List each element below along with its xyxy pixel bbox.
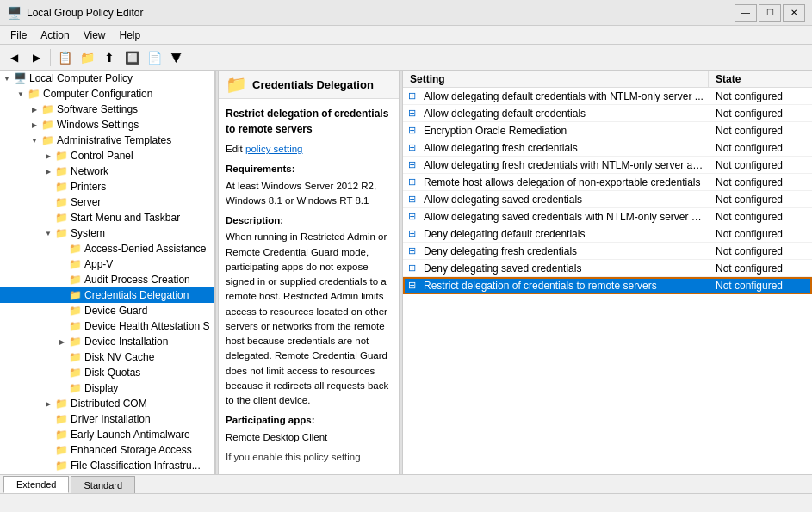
expand-btn-disk-quotas[interactable]	[55, 366, 69, 379]
up-one-level-button[interactable]: ⬆	[99, 47, 120, 68]
expand-btn-file-classification[interactable]	[41, 459, 55, 472]
tree-item-early-launch[interactable]: 📁Early Launch Antimalware	[0, 427, 214, 442]
settings-row-state-1: Not configured	[709, 108, 812, 120]
expand-btn-network[interactable]: ▶	[41, 164, 55, 178]
settings-row-state-10: Not configured	[709, 262, 812, 275]
expand-btn-early-launch[interactable]	[41, 428, 55, 441]
expand-btn-device-health[interactable]	[55, 319, 69, 333]
tree-item-audit-process[interactable]: 📁Audit Process Creation	[0, 272, 214, 287]
tree-item-enhanced-storage[interactable]: 📁Enhanced Storage Access	[0, 442, 214, 458]
settings-row-2[interactable]: ⊞Encryption Oracle RemediationNot config…	[403, 122, 812, 139]
desc-policy-link[interactable]: policy setting	[245, 144, 302, 154]
settings-row-9[interactable]: ⊞Deny delegating fresh credentialsNot co…	[403, 243, 812, 260]
tree-item-device-guard[interactable]: 📁Device Guard	[0, 303, 214, 318]
expand-btn-driver-installation[interactable]	[41, 412, 55, 426]
settings-row-4[interactable]: ⊞Allow delegating fresh credentials with…	[403, 157, 812, 174]
tree-item-computer-configuration[interactable]: ▼📁Computer Configuration	[0, 86, 214, 102]
expand-btn-control-panel[interactable]: ▶	[41, 149, 55, 163]
expand-btn-disk-nv-cache[interactable]	[55, 350, 69, 364]
folder-icon-local-computer-policy: 🖥️	[14, 72, 27, 84]
expand-btn-access-denied[interactable]	[55, 242, 69, 256]
tree-item-device-health[interactable]: 📁Device Health Attestation S	[0, 318, 214, 334]
expand-btn-local-computer-policy[interactable]: ▼	[0, 71, 14, 85]
expand-btn-distributed-com[interactable]: ▶	[41, 397, 55, 410]
tree-item-start-menu-taskbar[interactable]: 📁Start Menu and Taskbar	[0, 210, 214, 225]
tree-item-driver-installation[interactable]: 📁Driver Installation	[0, 411, 214, 427]
tab-extended[interactable]: Extended	[3, 476, 69, 493]
settings-row-8[interactable]: ⊞Deny delegating default credentialsNot …	[403, 225, 812, 243]
back-button[interactable]: ◀	[3, 47, 24, 68]
expand-btn-printers[interactable]	[41, 180, 55, 194]
toolbar: ◀ ▶ 📋 📁 ⬆ 🔲 📄 ⯆	[0, 45, 812, 71]
tab-standard[interactable]: Standard	[71, 476, 135, 493]
folder-icon-disk-quotas: 📁	[69, 367, 82, 379]
tree-item-control-panel[interactable]: ▶📁Control Panel	[0, 148, 214, 163]
tree-item-disk-quotas[interactable]: 📁Disk Quotas	[0, 365, 214, 380]
tree-label-enhanced-storage: Enhanced Storage Access	[71, 444, 192, 456]
expand-btn-computer-configuration[interactable]: ▼	[14, 87, 28, 101]
expand-btn-credentials-delegation[interactable]	[55, 288, 69, 302]
tree-item-server[interactable]: 📁Server	[0, 194, 214, 210]
settings-row-7[interactable]: ⊞Allow delegating saved credentials with…	[403, 208, 812, 225]
app-icon: 🖥️	[7, 6, 22, 20]
settings-row-0[interactable]: ⊞Allow delegating default credentials wi…	[403, 88, 812, 105]
settings-row-11[interactable]: ⊞Restrict delegation of credentials to r…	[403, 277, 812, 294]
settings-row-6[interactable]: ⊞Allow delegating saved credentialsNot c…	[403, 191, 812, 208]
menu-help[interactable]: Help	[113, 28, 148, 43]
menu-action[interactable]: Action	[34, 28, 76, 43]
settings-row-3[interactable]: ⊞Allow delegating fresh credentialsNot c…	[403, 139, 812, 157]
expand-btn-server[interactable]	[41, 195, 55, 209]
expand-btn-device-installation[interactable]: ▶	[55, 335, 69, 349]
show-standard-toolbar-button[interactable]: 🔲	[121, 47, 142, 68]
tree-item-system[interactable]: ▼📁System	[0, 225, 214, 241]
minimize-button[interactable]: —	[735, 4, 757, 22]
tree-item-access-denied[interactable]: 📁Access-Denied Assistance	[0, 241, 214, 256]
desc-folder-icon: 📁	[226, 74, 247, 95]
tree-pane[interactable]: ▼🖥️Local Computer Policy▼📁Computer Confi…	[0, 71, 215, 474]
folder-icon-device-guard: 📁	[69, 305, 82, 317]
expand-btn-app-v[interactable]	[55, 257, 69, 271]
filter-button[interactable]: ⯆	[166, 47, 187, 68]
maximize-button[interactable]: ☐	[759, 4, 781, 22]
close-button[interactable]: ✕	[783, 4, 805, 22]
expand-btn-display[interactable]	[55, 381, 69, 395]
tree-item-device-installation[interactable]: ▶📁Device Installation	[0, 334, 214, 349]
expand-btn-enhanced-storage[interactable]	[41, 443, 55, 457]
tree-item-file-classification[interactable]: 📁File Classification Infrastru...	[0, 458, 214, 473]
tree-item-windows-settings[interactable]: ▶📁Windows Settings	[0, 117, 214, 133]
desc-policy-name: Restrict delegation of credentials to re…	[226, 106, 392, 137]
tree-item-app-v[interactable]: 📁App-V	[0, 256, 214, 272]
expand-btn-device-guard[interactable]	[55, 304, 69, 318]
expand-btn-windows-settings[interactable]: ▶	[28, 118, 41, 132]
menu-file[interactable]: File	[3, 28, 34, 43]
tree-item-distributed-com[interactable]: ▶📁Distributed COM	[0, 396, 214, 411]
tree-item-printers[interactable]: 📁Printers	[0, 179, 214, 194]
desc-pane: 📁 Credentials Delegation Restrict delega…	[219, 71, 400, 474]
show-hide-console-button[interactable]: 📋	[54, 47, 75, 68]
settings-row-1[interactable]: ⊞Allow delegating default credentialsNot…	[403, 105, 812, 122]
tree-item-local-computer-policy[interactable]: ▼🖥️Local Computer Policy	[0, 71, 214, 86]
settings-row-state-7: Not configured	[709, 211, 812, 223]
tree-item-disk-nv-cache[interactable]: 📁Disk NV Cache	[0, 349, 214, 365]
expand-btn-system[interactable]: ▼	[41, 226, 55, 240]
desc-requirements-text: At least Windows Server 2012 R2, Windows…	[226, 179, 392, 209]
folder-icon-display: 📁	[69, 382, 82, 394]
expand-btn-start-menu-taskbar[interactable]	[41, 211, 55, 225]
menu-view[interactable]: View	[77, 28, 113, 43]
expand-btn-software-settings[interactable]: ▶	[28, 102, 41, 116]
settings-row-5[interactable]: ⊞Remote host allows delegation of non-ex…	[403, 174, 812, 191]
status-bar	[0, 493, 812, 510]
tree-item-software-settings[interactable]: ▶📁Software Settings	[0, 102, 214, 117]
folder-icon-windows-settings: 📁	[41, 119, 54, 131]
new-window-button[interactable]: 📁	[77, 47, 97, 68]
export-button[interactable]: 📄	[144, 47, 164, 68]
expand-btn-audit-process[interactable]	[55, 273, 69, 287]
tree-item-credentials-delegation[interactable]: 📁Credentials Delegation	[0, 287, 214, 303]
tree-item-display[interactable]: 📁Display	[0, 380, 214, 396]
settings-row-10[interactable]: ⊞Deny delegating saved credentialsNot co…	[403, 260, 812, 277]
forward-button[interactable]: ▶	[26, 47, 46, 68]
tree-label-network: Network	[71, 165, 108, 177]
tree-item-network[interactable]: ▶📁Network	[0, 163, 214, 179]
expand-btn-administrative-templates[interactable]: ▼	[28, 133, 41, 147]
tree-item-administrative-templates[interactable]: ▼📁Administrative Templates	[0, 133, 214, 148]
